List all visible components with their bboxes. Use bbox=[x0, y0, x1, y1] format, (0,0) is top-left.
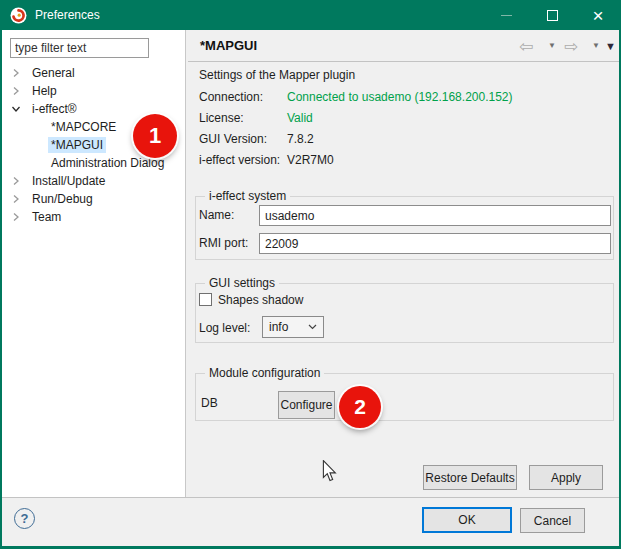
system-group-title: i-effect system bbox=[205, 189, 290, 203]
tree-item-install-update[interactable]: Install/Update bbox=[2, 172, 186, 190]
tree-item-label: General bbox=[29, 65, 78, 81]
header-separator bbox=[188, 61, 621, 62]
step-badge-2-number: 2 bbox=[354, 395, 366, 419]
log-level-select[interactable]: info bbox=[262, 316, 324, 338]
chevron-right-icon bbox=[12, 68, 20, 78]
menu-caret-icon: ▼ bbox=[605, 41, 616, 52]
tree-item-label: *MAPCORE bbox=[48, 119, 119, 135]
rmi-port-label: RMI port: bbox=[199, 236, 248, 250]
gui-version-label: GUI Version: bbox=[199, 132, 267, 146]
help-icon: ? bbox=[21, 511, 29, 526]
name-input[interactable] bbox=[259, 205, 611, 226]
combo-chevron-icon bbox=[308, 324, 317, 330]
gui-version-value: 7.8.2 bbox=[287, 132, 314, 146]
minimize-icon bbox=[501, 15, 512, 16]
view-menu-button[interactable]: ▼ bbox=[605, 36, 616, 56]
ieffect-version-value: V2R7M0 bbox=[287, 153, 334, 167]
configure-button[interactable]: Configure bbox=[278, 391, 335, 419]
window-title: Preferences bbox=[35, 8, 100, 22]
step-badge-1-number: 1 bbox=[149, 123, 161, 149]
gui-settings-group-title: GUI settings bbox=[205, 276, 279, 290]
ieffect-version-label: i-effect version: bbox=[199, 153, 280, 167]
bottom-separator bbox=[2, 497, 619, 498]
minimize-button[interactable] bbox=[483, 0, 529, 30]
step-badge-2: 2 bbox=[339, 386, 381, 428]
back-arrow-icon: ⇦ bbox=[519, 38, 533, 55]
gui-settings-group: GUI settings bbox=[195, 283, 614, 343]
maximize-button[interactable] bbox=[529, 0, 575, 30]
app-icon bbox=[10, 7, 27, 24]
preferences-dialog: Preferences × General Help i-effect® *MA… bbox=[0, 0, 621, 549]
restore-defaults-button[interactable]: Restore Defaults bbox=[423, 465, 517, 490]
license-label: License: bbox=[199, 111, 244, 125]
sidebar: General Help i-effect® *MAPCORE *MAPGUI … bbox=[2, 30, 186, 497]
cancel-button[interactable]: Cancel bbox=[520, 508, 585, 533]
tree-item-label: i-effect® bbox=[29, 101, 80, 117]
back-button[interactable]: ⇦ bbox=[519, 36, 533, 56]
log-level-value: info bbox=[269, 320, 288, 334]
chevron-right-icon bbox=[12, 86, 20, 96]
maximize-icon bbox=[547, 10, 558, 21]
section-title: Settings of the Mapper plugin bbox=[199, 68, 355, 82]
tree-item-label: Install/Update bbox=[29, 173, 108, 189]
back-history-dropdown[interactable]: ▼ bbox=[548, 36, 556, 56]
chevron-right-icon bbox=[12, 176, 20, 186]
rmi-port-input[interactable] bbox=[259, 233, 611, 254]
caret-down-icon: ▼ bbox=[548, 42, 556, 50]
mouse-cursor bbox=[322, 460, 337, 482]
window-controls: × bbox=[483, 0, 621, 30]
name-label: Name: bbox=[199, 208, 234, 222]
module-config-group-title: Module configuration bbox=[205, 366, 324, 380]
titlebar[interactable]: Preferences × bbox=[0, 0, 621, 30]
tree-item-label-selected: *MAPGUI bbox=[48, 137, 106, 153]
connection-value: Connected to usademo (192.168.200.152) bbox=[287, 90, 513, 104]
chevron-right-icon bbox=[12, 212, 20, 222]
log-level-label: Log level: bbox=[199, 321, 250, 335]
close-icon: × bbox=[592, 6, 603, 25]
help-button[interactable]: ? bbox=[14, 508, 35, 529]
module-config-group: Module configuration bbox=[195, 373, 614, 421]
tree-item-team[interactable]: Team bbox=[2, 208, 186, 226]
step-badge-1: 1 bbox=[133, 114, 177, 158]
chevron-right-icon bbox=[12, 194, 20, 204]
close-button[interactable]: × bbox=[575, 0, 621, 30]
forward-button[interactable]: ⇨ bbox=[564, 36, 578, 56]
tree-item-run-debug[interactable]: Run/Debug bbox=[2, 190, 186, 208]
caret-down-icon: ▼ bbox=[592, 42, 600, 50]
page-title: *MAPGUI bbox=[200, 38, 257, 53]
tree-item-general[interactable]: General bbox=[2, 64, 186, 82]
chevron-down-icon bbox=[11, 104, 21, 114]
connection-label: Connection: bbox=[199, 90, 263, 104]
forward-arrow-icon: ⇨ bbox=[564, 38, 578, 55]
db-label: DB bbox=[201, 396, 218, 410]
tree-item-label: Help bbox=[29, 83, 60, 99]
apply-button[interactable]: Apply bbox=[529, 465, 603, 490]
license-value: Valid bbox=[287, 111, 313, 125]
tree-item-help[interactable]: Help bbox=[2, 82, 186, 100]
shapes-shadow-label: Shapes shadow bbox=[218, 293, 303, 307]
filter-input[interactable] bbox=[10, 38, 149, 58]
ok-button[interactable]: OK bbox=[422, 507, 512, 533]
tree-item-label: Team bbox=[29, 209, 64, 225]
forward-history-dropdown[interactable]: ▼ bbox=[592, 36, 600, 56]
shapes-shadow-checkbox[interactable] bbox=[199, 293, 212, 306]
tree-item-label: Run/Debug bbox=[29, 191, 96, 207]
